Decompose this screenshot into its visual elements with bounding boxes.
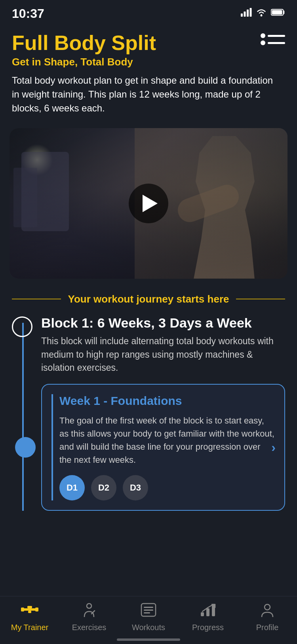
svg-rect-16 [144,612,150,613]
svg-rect-14 [144,607,153,608]
svg-point-20 [265,604,270,610]
nav-item-progress[interactable]: Progress [188,603,228,632]
nav-item-workouts[interactable]: Workouts [129,603,168,632]
home-indicator [117,638,180,641]
svg-rect-10 [27,606,32,608]
day-badges: D1 D2 D3 [59,475,275,500]
day-badge-d2[interactable]: D2 [91,475,116,500]
my-trainer-label: My Trainer [11,623,48,632]
nav-item-profile[interactable]: Profile [248,603,287,632]
exercises-icon [80,603,98,621]
block-1: Block 1: 6 Weeks, 3 Days a Week This blo… [12,315,285,511]
journey-title: Your workout journey starts here [68,293,229,305]
week-card[interactable]: Week 1 - Foundations The goal of the fir… [41,384,285,511]
svg-rect-11 [28,611,31,613]
svg-rect-9 [35,608,38,611]
block-content: Block 1: 6 Weeks, 3 Days a Week This blo… [41,315,285,511]
bottom-navigation[interactable]: My Trainer Exercises Workouts [0,596,297,644]
week-chevron-icon: › [271,440,276,455]
progress-label: Progress [192,623,224,632]
block-description: This block will include alternating tota… [41,335,285,374]
page-title: Full Body Split [12,32,285,54]
day-badge-label: D2 [98,483,109,493]
svg-rect-8 [21,608,24,611]
status-icons [241,8,285,19]
menu-dot [261,33,265,38]
play-icon [143,195,158,212]
status-bar: 10:37 [0,0,297,24]
svg-rect-2 [247,10,249,17]
wifi-icon [256,8,267,19]
my-trainer-icon [21,603,38,621]
signal-icon [241,8,252,19]
svg-rect-3 [250,8,252,17]
menu-dots-row-top [261,33,285,38]
journey-line-left [12,299,61,299]
workouts-label: Workouts [132,623,165,632]
week-dot [15,437,36,458]
header-description: Total body workout plan to get in shape … [12,74,273,115]
svg-rect-18 [206,608,209,616]
workout-timeline: Block 1: 6 Weeks, 3 Days a Week This blo… [0,315,297,511]
svg-rect-6 [272,10,282,15]
menu-button[interactable] [261,33,285,45]
menu-line [268,42,285,44]
status-time: 10:37 [12,6,44,21]
svg-rect-1 [244,12,246,17]
day-badge-d1[interactable]: D1 [59,475,85,500]
battery-icon [271,8,285,19]
profile-label: Profile [256,623,279,632]
menu-line [268,35,285,37]
menu-dots-row-bottom [261,40,285,45]
progress-icon [200,603,216,621]
header: Full Body Split Get in Shape, Total Body… [0,24,297,119]
svg-rect-0 [241,13,243,17]
day-badge-label: D1 [67,483,78,493]
nav-item-my-trainer[interactable]: My Trainer [10,603,50,632]
workouts-icon [141,603,156,621]
svg-point-12 [87,604,91,608]
play-button[interactable] [129,184,168,223]
svg-rect-15 [144,610,153,611]
week-title: Week 1 - Foundations [59,394,275,408]
svg-rect-17 [201,612,204,616]
menu-dot [261,40,265,45]
week-description: The goal of the first week of the block … [59,414,275,466]
nav-item-exercises[interactable]: Exercises [69,603,109,632]
block-circle [12,316,32,337]
journey-header: Your workout journey starts here [12,293,285,305]
journey-line-right [236,299,285,299]
header-subtitle: Get in Shape, Total Body [12,56,285,68]
profile-icon [260,603,274,621]
svg-point-4 [261,15,263,17]
day-badge-label: D3 [130,483,141,493]
block-title: Block 1: 6 Weeks, 3 Days a Week [41,315,285,331]
day-badge-d3[interactable]: D3 [123,475,148,500]
exercises-label: Exercises [72,623,107,632]
video-thumbnail[interactable] [10,128,287,279]
week-card-inner: Week 1 - Foundations The goal of the fir… [51,394,275,500]
